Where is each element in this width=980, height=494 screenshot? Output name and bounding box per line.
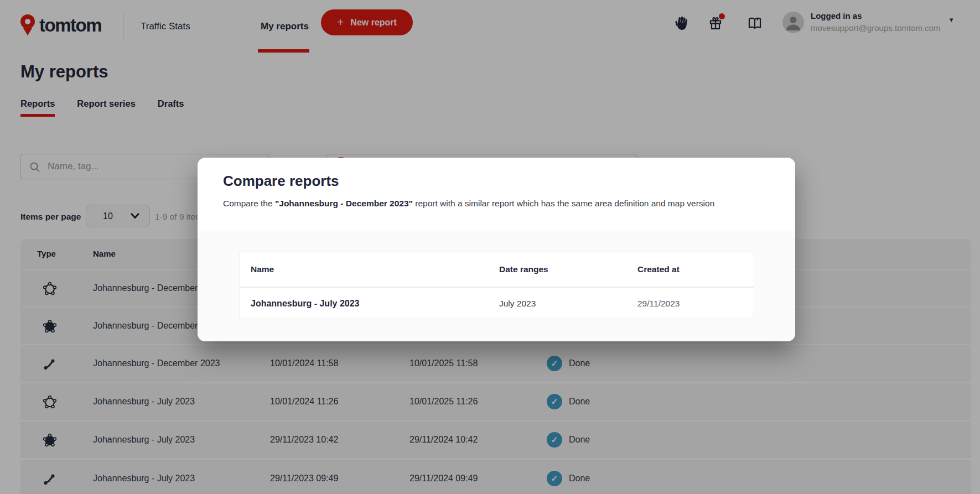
modal-title: Compare reports: [223, 173, 339, 190]
compare-table: Name Date ranges Created at Johannesburg…: [240, 252, 754, 319]
description-suffix: report with a similar report which has t…: [413, 199, 714, 208]
compare-report-date-ranges: July 2023: [499, 288, 536, 319]
compare-column-name: Name: [251, 252, 274, 287]
compare-reports-modal: Compare reports Compare the "Johannesbur…: [198, 158, 795, 341]
description-report-name: "Johannesburg - December 2023": [275, 199, 413, 208]
modal-description: Compare the "Johannesburg - December 202…: [223, 199, 714, 209]
compare-report-row[interactable]: Johannesburg - July 2023 July 2023 29/11…: [240, 288, 754, 319]
traffic-stats-app: tomtom Traffic Stats My reports + New re…: [0, 0, 980, 494]
compare-column-date-ranges: Date ranges: [499, 252, 548, 287]
compare-column-created-at: Created at: [637, 252, 680, 287]
modal-body: Name Date ranges Created at Johannesburg…: [198, 231, 795, 341]
compare-report-created-at: 29/11/2023: [637, 288, 680, 319]
compare-report-name: Johannesburg - July 2023: [251, 288, 360, 319]
description-prefix: Compare the: [223, 199, 275, 208]
